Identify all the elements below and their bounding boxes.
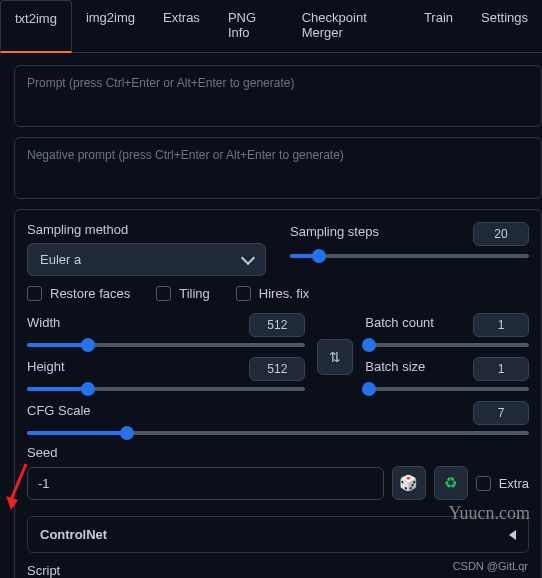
seed-reuse-button[interactable]: ♻ [434, 466, 468, 500]
tab-txt2img[interactable]: txt2img [0, 0, 72, 53]
tab-img2img[interactable]: img2img [72, 0, 149, 52]
batch-count-label: Batch count [365, 315, 463, 330]
height-label: Height [27, 359, 239, 374]
cfg-scale-label: CFG Scale [27, 403, 463, 418]
credit-text: CSDN @GitLqr [453, 560, 528, 572]
batch-count-value[interactable]: 1 [473, 313, 529, 337]
swap-icon: ⇅ [329, 349, 341, 365]
negative-prompt-input[interactable]: Negative prompt (press Ctrl+Enter or Alt… [14, 137, 542, 199]
batch-size-value[interactable]: 1 [473, 357, 529, 381]
recycle-icon: ♻ [444, 474, 457, 492]
sampling-steps-slider[interactable] [290, 254, 529, 258]
watermark: Yuucn.com [449, 503, 530, 524]
height-slider[interactable] [27, 387, 305, 391]
sampling-method-label: Sampling method [27, 222, 266, 237]
chevron-down-icon [241, 250, 255, 264]
tab-train[interactable]: Train [410, 0, 467, 52]
batch-size-label: Batch size [365, 359, 463, 374]
sampling-method-select[interactable]: Euler a [27, 243, 266, 276]
tab-checkpoint-merger[interactable]: Checkpoint Merger [288, 0, 410, 52]
sampling-steps-value[interactable]: 20 [473, 222, 529, 246]
controlnet-label: ControlNet [40, 527, 107, 542]
cfg-scale-value[interactable]: 7 [473, 401, 529, 425]
batch-size-slider[interactable] [365, 387, 529, 391]
tab-settings[interactable]: Settings [467, 0, 542, 52]
tiling-checkbox[interactable]: Tiling [156, 286, 210, 301]
hires-fix-checkbox[interactable]: Hires. fix [236, 286, 310, 301]
seed-label: Seed [27, 445, 529, 460]
dice-icon: 🎲 [399, 474, 418, 492]
tab-pnginfo[interactable]: PNG Info [214, 0, 288, 52]
width-label: Width [27, 315, 239, 330]
sampling-method-value: Euler a [40, 252, 81, 267]
seed-random-button[interactable]: 🎲 [392, 466, 426, 500]
height-value[interactable]: 512 [249, 357, 305, 381]
swap-dimensions-button[interactable]: ⇅ [317, 339, 353, 375]
tab-bar: txt2img img2img Extras PNG Info Checkpoi… [0, 0, 542, 53]
tab-extras[interactable]: Extras [149, 0, 214, 52]
cfg-scale-slider[interactable] [27, 431, 529, 435]
batch-count-slider[interactable] [365, 343, 529, 347]
width-slider[interactable] [27, 343, 305, 347]
seed-input[interactable]: -1 [27, 467, 384, 500]
seed-extra-checkbox[interactable]: Extra [476, 476, 529, 491]
prompt-input[interactable]: Prompt (press Ctrl+Enter or Alt+Enter to… [14, 65, 542, 127]
triangle-left-icon [509, 530, 516, 540]
sampling-steps-label: Sampling steps [290, 224, 463, 239]
restore-faces-checkbox[interactable]: Restore faces [27, 286, 130, 301]
width-value[interactable]: 512 [249, 313, 305, 337]
